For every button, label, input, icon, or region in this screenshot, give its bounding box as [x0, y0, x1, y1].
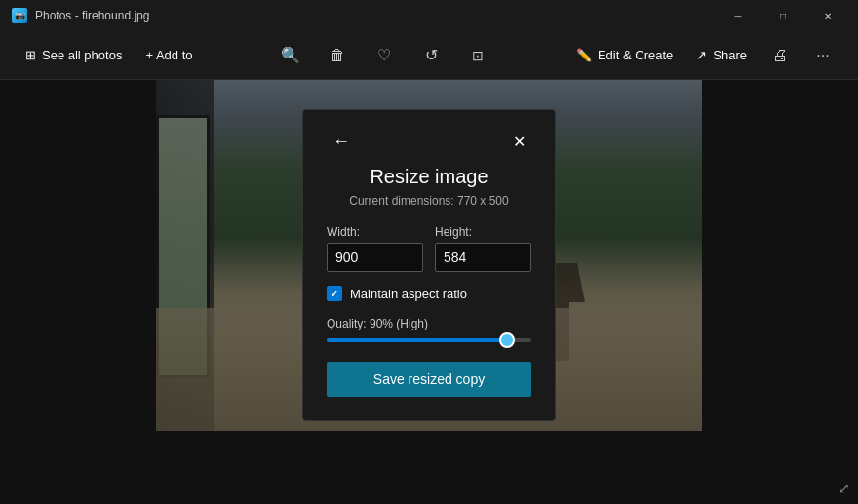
save-resized-copy-button[interactable]: Save resized copy — [327, 362, 531, 397]
photos-icon: ⊞ — [25, 48, 36, 62]
share-button[interactable]: ↗ Share — [686, 42, 757, 68]
zoom-icon: 🔍 — [281, 46, 300, 64]
resize-dialog: ← ✕ Resize image Current dimensions: 770… — [302, 109, 556, 421]
zoom-button[interactable]: 🔍 — [271, 36, 310, 75]
dialog-close-button[interactable]: ✕ — [507, 131, 531, 153]
see-all-photos-button[interactable]: ⊞ See all photos — [16, 42, 132, 68]
edit-create-button[interactable]: ✏️ Edit & Create — [566, 42, 682, 68]
width-field-group: Width: — [327, 225, 423, 272]
dialog-back-button[interactable]: ← — [327, 130, 356, 154]
aspect-ratio-checkbox[interactable]: ✓ — [327, 286, 342, 301]
print-icon: 🖨 — [772, 47, 788, 64]
app-icon: 📷 — [12, 8, 27, 23]
height-input[interactable] — [435, 243, 531, 272]
heart-icon: ♡ — [377, 46, 391, 64]
width-input[interactable] — [327, 243, 423, 272]
titlebar: 📷 Photos - firehound.jpg ─ □ ✕ — [0, 0, 858, 31]
checkbox-check-icon: ✓ — [331, 289, 338, 299]
dialog-overlay: ← ✕ Resize image Current dimensions: 770… — [0, 80, 858, 504]
toolbar-right: ✏️ Edit & Create ↗ Share 🖨 ··· — [566, 36, 842, 75]
dialog-fields: Width: Height: — [327, 225, 531, 272]
crop-button[interactable]: ⊡ — [458, 36, 497, 75]
close-button[interactable]: ✕ — [805, 0, 850, 31]
maximize-button[interactable]: □ — [760, 0, 805, 31]
add-to-button[interactable]: + Add to — [136, 42, 202, 68]
dialog-title: Resize image — [327, 166, 531, 188]
slider-track[interactable] — [327, 338, 531, 342]
quality-slider-container — [327, 338, 531, 342]
dialog-subtitle: Current dimensions: 770 x 500 — [327, 194, 531, 208]
aspect-ratio-row: ✓ Maintain aspect ratio — [327, 286, 531, 301]
delete-button[interactable]: 🗑 — [318, 36, 357, 75]
titlebar-controls: ─ □ ✕ — [716, 0, 850, 31]
more-button[interactable]: ··· — [803, 36, 842, 75]
share-label: Share — [713, 48, 747, 62]
minimize-button[interactable]: ─ — [716, 0, 760, 31]
see-all-photos-label: See all photos — [42, 48, 122, 62]
edit-create-label: Edit & Create — [598, 48, 673, 62]
height-label: Height: — [435, 225, 531, 239]
print-button[interactable]: 🖨 — [760, 36, 800, 75]
crop-icon: ⊡ — [472, 48, 484, 63]
heart-button[interactable]: ♡ — [365, 36, 404, 75]
height-field-group: Height: — [435, 225, 531, 272]
share-icon: ↗ — [696, 48, 707, 62]
slider-fill — [327, 338, 507, 342]
aspect-ratio-label: Maintain aspect ratio — [350, 287, 467, 301]
expand-icon: ⤢ — [838, 481, 850, 496]
quality-label: Quality: 90% (High) — [327, 317, 531, 330]
main-area: ← ✕ Resize image Current dimensions: 770… — [0, 80, 858, 504]
width-label: Width: — [327, 225, 423, 239]
dialog-header: ← ✕ — [327, 130, 531, 154]
slider-thumb[interactable] — [499, 332, 515, 348]
rotate-icon: ↺ — [425, 46, 438, 64]
titlebar-left: 📷 Photos - firehound.jpg — [12, 8, 149, 23]
add-to-label: + Add to — [145, 48, 192, 62]
more-icon: ··· — [816, 47, 829, 64]
toolbar: ⊞ See all photos + Add to 🔍 🗑 ♡ ↺ ⊡ ✏️ E… — [0, 31, 858, 80]
titlebar-title: Photos - firehound.jpg — [35, 9, 149, 22]
toolbar-center: 🔍 🗑 ♡ ↺ ⊡ — [271, 36, 497, 75]
edit-icon: ✏️ — [576, 48, 592, 62]
toolbar-left: ⊞ See all photos + Add to — [16, 42, 202, 68]
rotate-button[interactable]: ↺ — [411, 36, 450, 75]
delete-icon: 🗑 — [330, 47, 345, 64]
